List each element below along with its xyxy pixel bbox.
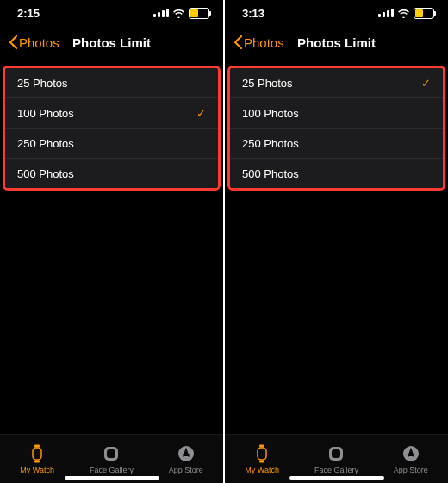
- checkmark-icon: ✓: [196, 107, 206, 120]
- face-gallery-icon: [326, 443, 346, 464]
- svg-rect-2: [34, 461, 40, 463]
- photos-limit-options: 25 Photos 100 Photos ✓ 250 Photos 500 Ph…: [5, 68, 218, 188]
- option-label: 25 Photos: [17, 77, 68, 90]
- options-highlight: 25 Photos 100 Photos ✓ 250 Photos 500 Ph…: [3, 66, 221, 191]
- battery-icon: [189, 8, 209, 19]
- option-row[interactable]: 250 Photos: [230, 129, 443, 159]
- option-row[interactable]: 100 Photos ✓: [5, 98, 218, 129]
- wifi-icon: [172, 9, 185, 18]
- option-row[interactable]: 100 Photos: [230, 98, 443, 129]
- svg-rect-1: [34, 445, 40, 448]
- svg-rect-0: [33, 448, 41, 460]
- svg-rect-6: [258, 448, 266, 460]
- svg-rect-10: [332, 449, 340, 458]
- chevron-left-icon: [233, 35, 242, 49]
- phone-screen-right: 3:13 Photos Photos Limit 25 Photos ✓ 100…: [225, 0, 448, 483]
- back-label: Photos: [19, 35, 59, 50]
- home-indicator: [289, 476, 384, 480]
- cellular-icon: [153, 9, 169, 17]
- tab-label: My Watch: [20, 466, 54, 474]
- tab-my-watch[interactable]: My Watch: [225, 435, 299, 483]
- chevron-left-icon: [9, 35, 17, 49]
- status-time: 2:15: [17, 7, 40, 20]
- option-label: 500 Photos: [17, 167, 74, 180]
- battery-icon: [414, 8, 434, 19]
- watch-icon: [27, 443, 47, 464]
- tab-my-watch[interactable]: My Watch: [0, 435, 74, 483]
- status-bar: 3:13: [225, 0, 448, 26]
- option-row[interactable]: 500 Photos: [5, 159, 218, 188]
- battery-fill: [190, 9, 198, 17]
- option-label: 25 Photos: [242, 77, 293, 90]
- app-store-icon: [176, 443, 196, 464]
- option-label: 100 Photos: [17, 107, 74, 120]
- content-spacer: [0, 191, 223, 434]
- nav-bar: Photos Photos Limit: [225, 26, 448, 59]
- checkmark-icon: ✓: [421, 77, 431, 90]
- cellular-icon: [378, 9, 394, 17]
- option-label: 500 Photos: [242, 167, 299, 180]
- status-bar: 2:15: [0, 0, 223, 26]
- svg-rect-8: [259, 461, 264, 463]
- svg-rect-7: [259, 445, 264, 448]
- tab-label: App Store: [394, 466, 428, 474]
- phone-screen-left: 2:15 Photos Photos Limit 25 Photos 100 P…: [0, 0, 223, 483]
- option-label: 100 Photos: [242, 107, 299, 120]
- content-spacer: [225, 191, 448, 434]
- home-indicator: [65, 476, 159, 480]
- tab-label: App Store: [169, 466, 203, 474]
- back-button[interactable]: Photos: [233, 35, 284, 50]
- svg-rect-4: [107, 449, 115, 458]
- option-row[interactable]: 500 Photos: [230, 159, 443, 188]
- tab-label: My Watch: [245, 466, 279, 474]
- photos-limit-options: 25 Photos ✓ 100 Photos 250 Photos 500 Ph…: [230, 68, 443, 188]
- app-store-icon: [401, 443, 421, 464]
- back-button[interactable]: Photos: [9, 35, 59, 50]
- option-row[interactable]: 250 Photos: [5, 129, 218, 159]
- status-time: 3:13: [242, 7, 264, 20]
- option-row[interactable]: 25 Photos: [5, 68, 218, 98]
- option-label: 250 Photos: [17, 137, 74, 150]
- options-highlight: 25 Photos ✓ 100 Photos 250 Photos 500 Ph…: [227, 66, 445, 191]
- tab-app-store[interactable]: App Store: [374, 435, 448, 483]
- face-gallery-icon: [101, 443, 121, 464]
- battery-fill: [415, 9, 423, 17]
- tab-label: Face Gallery: [314, 466, 358, 474]
- back-label: Photos: [244, 35, 284, 50]
- option-row[interactable]: 25 Photos ✓: [230, 68, 443, 98]
- nav-bar: Photos Photos Limit: [0, 26, 223, 59]
- tab-app-store[interactable]: App Store: [149, 435, 223, 483]
- tab-label: Face Gallery: [90, 466, 134, 474]
- wifi-icon: [397, 9, 410, 18]
- watch-icon: [252, 443, 272, 464]
- option-label: 250 Photos: [242, 137, 299, 150]
